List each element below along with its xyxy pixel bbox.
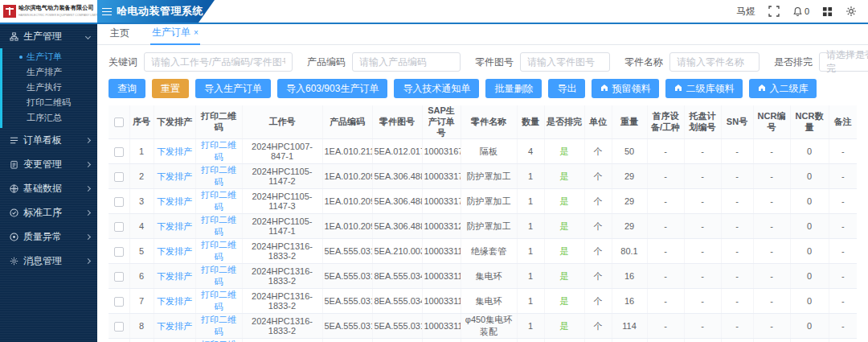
cell-work-no: 2024HPC1105-1147-2 — [242, 164, 322, 189]
cell-qty: 1 — [517, 239, 544, 264]
notification-bell-icon[interactable]: 0 — [792, 6, 809, 17]
col-print-qrcode: 打印二维码 — [195, 105, 242, 139]
company-name: 哈尔滨电气动力装备有限公司 — [18, 5, 97, 11]
dispatch-link[interactable]: 下发排产 — [157, 246, 192, 256]
cell-is-scheduled: 是 — [544, 289, 584, 314]
row-checkbox[interactable] — [114, 297, 124, 307]
dispatch-link[interactable]: 下发排产 — [157, 321, 192, 331]
cell-index: 8 — [129, 314, 154, 339]
batch-delete-button[interactable]: 批量删除 — [485, 79, 542, 98]
sidebar-item-message-management[interactable]: 消息管理 — [0, 249, 97, 273]
part-name-input[interactable] — [669, 52, 760, 72]
cell-unit: 个 — [584, 339, 612, 342]
cell-unit: 个 — [584, 214, 612, 239]
part-drawing-no-input[interactable] — [520, 52, 610, 72]
col-product-code: 产品编码 — [322, 105, 372, 139]
close-icon[interactable]: × — [194, 28, 199, 37]
cell-product-code: 1EA.010.2117 — [322, 139, 372, 164]
scheduled-flag: 是 — [560, 146, 569, 156]
part-drawing-no-label: 零件图号 — [475, 56, 514, 69]
tab-home[interactable]: 主页 — [108, 27, 131, 44]
row-checkbox[interactable] — [114, 197, 124, 207]
dispatch-link[interactable]: 下发排产 — [157, 196, 192, 206]
import-603-903-order-button[interactable]: 导入603/903生产订单 — [277, 79, 387, 98]
cell-part-name: 集电环 — [461, 264, 517, 289]
cell-ncr-qty: 0 — [790, 214, 829, 239]
keyword-input[interactable] — [144, 52, 293, 72]
sidebar-item-print-qrcode[interactable]: 打印二维码 — [0, 95, 97, 110]
product-code-input[interactable] — [352, 52, 461, 72]
sidebar-item-production-management[interactable]: 生产管理 — [0, 24, 97, 48]
cell-print-qrcode: 打印二维码 — [195, 314, 242, 339]
print-qrcode-link[interactable]: 打印二维码 — [201, 140, 236, 162]
row-checkbox[interactable] — [114, 272, 124, 282]
cell-is-scheduled: 是 — [544, 164, 584, 189]
print-qrcode-link[interactable]: 打印二维码 — [201, 265, 236, 286]
l2-warehouse-picking-button[interactable]: 二级库领料 — [665, 79, 743, 98]
table-row: 1下发排产打印二维码2024HPC1007-847-11EA.010.21175… — [108, 139, 857, 164]
dispatch-link[interactable]: 下发排产 — [157, 146, 192, 156]
reserve-picking-button[interactable]: 预留领料 — [592, 79, 659, 98]
dispatch-link[interactable]: 下发排产 — [157, 221, 192, 231]
print-qrcode-link[interactable]: 打印二维码 — [201, 240, 236, 262]
button-label: 入二级库 — [769, 82, 808, 96]
row-checkbox[interactable] — [114, 172, 124, 182]
tab-production-order[interactable]: 生产订单× — [150, 26, 200, 45]
cell-ncr-qty: 0 — [790, 164, 829, 189]
cell-remark: - — [829, 339, 857, 342]
row-checkbox[interactable] — [114, 222, 124, 232]
cell-ncr-no: - — [753, 339, 790, 342]
chevron-right-icon — [85, 185, 91, 191]
dispatch-link[interactable]: 下发排产 — [157, 296, 192, 306]
cell-qty: 1 — [517, 314, 544, 339]
col-is-scheduled: 是否排完 — [544, 105, 584, 139]
sidebar-item-standard-process[interactable]: 标准工序 — [0, 200, 97, 225]
settings-gear-icon[interactable] — [845, 6, 857, 17]
cell-work-no: 2024HPC1105-1147-1 — [242, 214, 322, 239]
sidebar-item-process-summary[interactable]: 工序汇总 — [0, 110, 97, 126]
is-scheduled-select[interactable]: 请选择是否排完 — [819, 52, 868, 72]
cell-ncr-no: - — [753, 314, 790, 339]
collapse-sidebar-icon[interactable] — [102, 8, 112, 15]
col-dispatch: 下发排产 — [154, 105, 195, 139]
cell-product-code: 5EA.555.0312 — [322, 264, 372, 289]
print-qrcode-link[interactable]: 打印二维码 — [201, 190, 236, 212]
username[interactable]: 马煜 — [736, 5, 755, 19]
import-production-order-button[interactable]: 导入生产订单 — [195, 79, 271, 98]
sidebar-item-basic-data[interactable]: 基础数据 — [0, 176, 97, 200]
fullscreen-icon[interactable] — [768, 6, 780, 17]
cell-ncr-qty: 0 — [790, 139, 829, 164]
print-qrcode-link[interactable]: 打印二维码 — [201, 315, 236, 336]
toolbar: 查询重置导入生产订单导入603/903生产订单导入技术通知单批量删除导出预留领料… — [97, 72, 868, 105]
row-checkbox[interactable] — [114, 147, 124, 157]
cell-work-no: 2024HPC1105-1147-3 — [242, 189, 322, 214]
cell-part-name: 隔板 — [461, 139, 517, 164]
print-qrcode-link[interactable]: 打印二维码 — [201, 165, 236, 187]
sidebar-item-production-execution[interactable]: 生产执行 — [0, 80, 97, 95]
print-qrcode-link[interactable]: 打印二维码 — [201, 215, 236, 237]
reset-button[interactable]: 重置 — [152, 79, 189, 98]
sidebar-item-change-management[interactable]: 变更管理 — [0, 152, 97, 176]
cell-part-drawing-no: 5EA.306.4887 — [372, 214, 422, 239]
print-qrcode-link[interactable]: 打印二维码 — [201, 290, 236, 311]
cell-ncr-no: - — [753, 164, 790, 189]
scheduled-flag: 是 — [560, 196, 569, 206]
export-button[interactable]: 导出 — [548, 79, 585, 98]
search-button[interactable]: 查询 — [108, 79, 145, 98]
apps-grid-icon[interactable] — [822, 6, 833, 17]
dispatch-link[interactable]: 下发排产 — [157, 271, 192, 281]
select-all-checkbox[interactable] — [114, 117, 124, 127]
import-tech-notice-button[interactable]: 导入技术通知单 — [394, 79, 479, 98]
cell-part-drawing-no: 8EA.555.0346 — [372, 264, 422, 289]
cell-ncr-no: - — [753, 189, 790, 214]
sidebar-item-order-board[interactable]: 订单看板 — [0, 128, 97, 152]
sidebar-item-production-order[interactable]: 生产订单 — [0, 49, 97, 64]
row-select-cell — [108, 289, 129, 314]
sidebar-item-quality-exception[interactable]: 质量异常 — [0, 225, 97, 249]
sidebar-item-production-scheduling[interactable]: 生产排产 — [0, 64, 97, 80]
row-checkbox[interactable] — [114, 247, 124, 257]
cell-unit: 个 — [584, 164, 612, 189]
dispatch-link[interactable]: 下发排产 — [157, 171, 192, 181]
row-checkbox[interactable] — [114, 322, 124, 332]
l2-warehouse-inbound-button[interactable]: 入二级库 — [749, 79, 817, 98]
